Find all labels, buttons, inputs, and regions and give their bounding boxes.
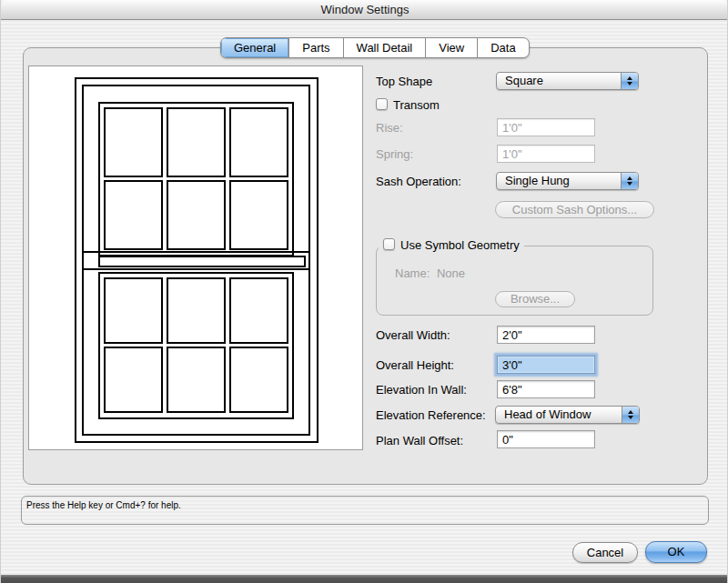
popup-arrows-icon [622,407,639,423]
overall-height-label: Overall Height: [376,358,454,372]
plan-wall-offset-label: Plan Wall Offset: [376,434,463,447]
elevation-reference-value: Head of Window [504,407,591,421]
cancel-button[interactable]: Cancel [572,542,638,563]
tab-wall-detail[interactable]: Wall Detail [344,38,427,57]
use-symbol-geometry-row: Use Symbol Geometry [379,237,524,252]
symbol-name-label: Name: [395,266,430,280]
tab-bar: General Parts Wall Detail View Data [220,37,530,58]
elevation-reference-label: Elevation Reference: [376,408,486,422]
top-shape-value: Square [505,74,543,87]
top-shape-label: Top Shape [376,75,432,88]
sash-operation-label: Sash Operation: [376,175,461,188]
window-preview-panel [28,65,363,450]
rise-field[interactable] [497,118,595,136]
elevation-in-wall-label: Elevation In Wall: [376,383,467,397]
transom-label: Transom [393,98,440,112]
help-text: Press the Help key or Cmd+? for help. [26,500,181,510]
overall-width-field[interactable] [497,326,595,344]
overall-width-label: Overall Width: [376,328,450,342]
window-settings-dialog: Window Settings General Parts Wall Detai… [0,0,728,583]
use-symbol-geometry-label: Use Symbol Geometry [400,238,520,252]
sash-operation-value: Single Hung [505,174,570,187]
ok-button[interactable]: OK [645,541,707,563]
tab-parts[interactable]: Parts [289,38,343,57]
plan-wall-offset-field[interactable] [497,430,595,448]
tab-view[interactable]: View [426,38,478,57]
popup-arrows-icon [621,173,638,189]
sash-operation-popup[interactable]: Single Hung [496,172,639,190]
spring-label: Spring: [376,147,413,161]
elevation-reference-popup[interactable]: Head of Window [495,406,640,424]
title-bar[interactable]: Window Settings [1,0,728,20]
top-shape-popup[interactable]: Square [496,72,639,90]
use-symbol-geometry-checkbox[interactable] [383,238,395,250]
window-title: Window Settings [321,3,410,16]
spring-field[interactable] [497,145,595,163]
tab-general[interactable]: General [221,38,289,57]
symbol-name-row: Name: None [395,266,465,280]
popup-arrows-icon [621,73,638,89]
custom-sash-options-button[interactable]: Custom Sash Options... [495,201,654,218]
overall-height-field[interactable] [497,356,595,374]
symbol-name-value: None [437,266,465,280]
help-box: Press the Help key or Cmd+? for help. [21,496,709,525]
rise-label: Rise: [376,121,403,135]
tab-data[interactable]: Data [478,38,528,57]
window-bottom-edge [1,575,728,583]
elevation-in-wall-field[interactable] [497,380,595,398]
window-preview-drawing [29,66,362,449]
browse-button[interactable]: Browse... [495,291,575,307]
transom-checkbox[interactable] [376,98,388,110]
